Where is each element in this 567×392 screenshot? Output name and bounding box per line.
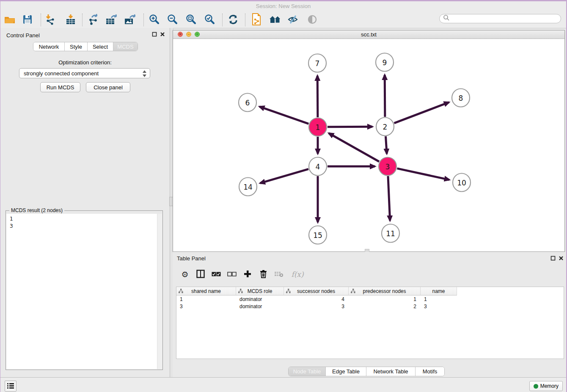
toolbar-separator [222, 14, 223, 26]
graph-node-15[interactable]: 15 [309, 226, 327, 244]
graph-edge-1-7[interactable] [317, 76, 318, 117]
hierarchy-icon [238, 289, 243, 295]
graph-edge-3-10[interactable] [397, 168, 449, 180]
export-network-button[interactable] [86, 13, 100, 27]
graph-node-14[interactable]: 14 [239, 178, 257, 196]
deselect-all-button[interactable] [226, 269, 237, 280]
save-session-button[interactable] [20, 13, 35, 27]
tab-node-table[interactable]: Node Table [289, 367, 326, 376]
list-icon [7, 382, 14, 390]
graph-edge-3-1[interactable] [329, 133, 379, 162]
new-network-from-selection-button[interactable] [249, 13, 264, 27]
network-window-titlebar[interactable]: ✕ − + scc.txt [173, 30, 564, 39]
table-row[interactable]: 3 dominator 3 2 3 [176, 303, 564, 310]
app-title-bar: Session: New Session [0, 1, 566, 12]
mcds-result-title: MCDS result (2 nodes) [9, 207, 64, 213]
delete-column-button[interactable] [258, 269, 269, 280]
float-panel-icon[interactable] [152, 32, 157, 37]
cell-mcds-role: dominator [236, 303, 284, 310]
cell-successor-nodes: 3 [284, 303, 349, 310]
search-input[interactable] [452, 14, 561, 23]
tab-select[interactable]: Select [88, 42, 113, 51]
zoom-selected-button[interactable] [202, 13, 217, 27]
zoom-fit-button[interactable] [184, 13, 198, 27]
graph-node-2[interactable]: 2 [376, 118, 394, 136]
tab-network-table[interactable]: Network Table [366, 367, 416, 376]
search-box [439, 14, 561, 23]
zoom-out-button[interactable] [165, 13, 179, 27]
column-header-name[interactable]: name [421, 287, 457, 295]
column-header-shared-name[interactable]: shared name [176, 287, 236, 295]
select-stepper-icon [142, 70, 147, 79]
import-table-button[interactable] [63, 13, 78, 27]
graph-node-label: 6 [245, 99, 250, 107]
export-image-button[interactable] [123, 13, 137, 27]
import-table-icon [65, 14, 76, 26]
first-neighbors-button[interactable] [268, 13, 282, 27]
graph-edge-2-8[interactable] [394, 102, 449, 123]
column-layout-button[interactable] [195, 269, 206, 280]
hide-selected-button[interactable] [286, 13, 300, 27]
open-folder-icon [4, 15, 15, 25]
network-view-window: ✕ − + scc.txt 1234678910111415 [173, 30, 565, 252]
memory-status-icon [534, 384, 538, 389]
column-header-predecessor-nodes[interactable]: predecessor nodes [349, 287, 421, 295]
graph-node-10[interactable]: 10 [453, 174, 471, 192]
add-column-button[interactable] [242, 269, 253, 280]
tab-edge-table[interactable]: Edge Table [326, 367, 366, 376]
table-row[interactable]: 1 dominator 4 1 1 [176, 295, 564, 303]
open-session-button[interactable] [3, 13, 17, 27]
log-console-button[interactable] [5, 381, 17, 392]
unchecked-boxes-icon [227, 271, 237, 278]
graph-node-1[interactable]: 1 [309, 118, 327, 136]
graph-node-9[interactable]: 9 [376, 53, 394, 72]
graph-edge-2-9[interactable] [385, 75, 385, 117]
run-mcds-button[interactable]: Run MCDS [40, 82, 80, 92]
graph-edge-4-14[interactable] [260, 169, 308, 183]
table-settings-button[interactable]: ⚙ [179, 269, 190, 280]
export-table-button[interactable] [104, 13, 118, 27]
zoom-out-icon [167, 14, 178, 26]
column-header-mcds-role[interactable]: MCDS role [236, 287, 284, 295]
graph-node-6[interactable]: 6 [239, 94, 256, 112]
cell-predecessor-nodes: 1 [349, 295, 421, 303]
hierarchy-icon [286, 289, 291, 295]
mcds-result-list[interactable]: 1 3 [6, 214, 162, 369]
toolbar-separator [82, 14, 83, 26]
zoom-fit-icon [185, 14, 196, 26]
delete-table-button[interactable] [273, 269, 284, 280]
memory-button[interactable]: Memory [529, 381, 563, 391]
status-bar: Memory [0, 377, 566, 392]
graph-node-7[interactable]: 7 [308, 54, 326, 72]
close-table-panel-icon[interactable] [559, 256, 564, 261]
graph-edge-1-2[interactable] [328, 127, 372, 127]
select-all-button[interactable] [211, 269, 222, 280]
result-scrollbar[interactable] [157, 214, 162, 369]
graph-edge-2-3[interactable] [385, 136, 387, 154]
float-table-panel-icon[interactable] [550, 256, 556, 261]
close-panel-button[interactable]: Close panel [86, 82, 130, 92]
plus-icon [244, 270, 251, 279]
graph-node-label: 14 [243, 183, 253, 191]
criterion-select[interactable]: strongly connected component [19, 68, 150, 78]
app-title: Session: New Session [0, 3, 566, 9]
column-header-successor-nodes[interactable]: successor nodes [284, 287, 349, 295]
graph-edge-3-11[interactable] [388, 176, 390, 221]
network-graph[interactable]: 1234678910111415 [173, 39, 564, 251]
graph-edge-1-6[interactable] [259, 107, 308, 124]
close-panel-icon[interactable] [160, 32, 165, 37]
graph-node-8[interactable]: 8 [452, 89, 470, 107]
import-network-button[interactable] [43, 13, 58, 27]
graph-node-11[interactable]: 11 [382, 224, 399, 243]
show-all-button[interactable] [305, 13, 319, 27]
checked-boxes-icon [212, 271, 221, 278]
tab-network[interactable]: Network [33, 42, 65, 51]
graph-node-3[interactable]: 3 [379, 157, 396, 176]
zoom-in-button[interactable] [147, 13, 161, 27]
apply-function-button[interactable]: f(x) [289, 269, 306, 280]
apply-layout-button[interactable] [226, 13, 240, 27]
graph-node-4[interactable]: 4 [309, 157, 327, 176]
tab-motifs[interactable]: Motifs [416, 367, 444, 376]
tab-mcds[interactable]: MCDS [113, 42, 138, 51]
tab-style[interactable]: Style [65, 42, 88, 51]
